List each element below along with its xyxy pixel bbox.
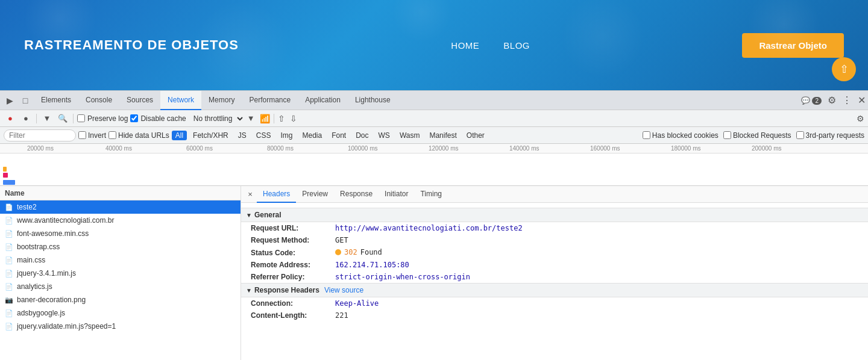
type-img[interactable]: Img	[277, 131, 296, 140]
tick-3: 60000 ms	[186, 145, 213, 152]
cta-button[interactable]: Rastrear Objeto	[742, 33, 844, 58]
inspect-icon[interactable]: □	[18, 93, 33, 108]
details-tab-timing[interactable]: Timing	[414, 186, 448, 203]
hide-data-checkbox[interactable]	[108, 131, 116, 139]
file-item-jquery[interactable]: 📄 jquery-3.4.1.min.js	[0, 267, 241, 280]
search-icon[interactable]: 🔍	[56, 112, 69, 125]
file-item-avanti[interactable]: 📄 www.avantitecnologiati.com.br	[0, 214, 241, 227]
response-headers-arrow: ▼	[246, 287, 252, 294]
details-tab-response[interactable]: Response	[334, 186, 379, 203]
type-media[interactable]: Media	[298, 131, 326, 140]
tab-console[interactable]: Console	[78, 91, 119, 110]
waterfall-bar-1	[3, 180, 15, 185]
css-icon-2: 📄	[5, 243, 13, 251]
tab-elements[interactable]: Elements	[34, 91, 78, 110]
tick-7: 140000 ms	[509, 145, 539, 152]
type-wasm[interactable]: Wasm	[396, 131, 424, 140]
details-tab-initiator[interactable]: Initiator	[379, 186, 414, 203]
tab-network[interactable]: Network	[160, 91, 201, 110]
third-party-checkbox[interactable]	[796, 131, 804, 139]
toolbar-divider-2	[73, 114, 74, 123]
type-manifest[interactable]: Manifest	[426, 131, 460, 140]
cursor-icon[interactable]: ▶	[2, 93, 17, 108]
tab-application[interactable]: Application	[298, 91, 348, 110]
toolbar-divider-1	[36, 114, 37, 123]
file-item-adsbygoogle[interactable]: 📄 adsbygoogle.js	[0, 306, 241, 320]
file-item-teste2[interactable]: 📄 teste2	[0, 200, 241, 214]
img-icon-1: 📷	[5, 296, 13, 304]
disable-cache-checkbox[interactable]	[130, 114, 138, 122]
disable-cache-label[interactable]: Disable cache	[130, 114, 186, 123]
filter-checkbox-group: Has blocked cookies Blocked Requests 3rd…	[643, 131, 864, 140]
details-close-button[interactable]: ×	[244, 188, 257, 201]
type-font[interactable]: Font	[328, 131, 350, 140]
blocked-requests-checkbox[interactable]	[723, 131, 731, 139]
devtools-tabs-right: 💬 2 ⚙ ⋮ ✕	[801, 95, 866, 106]
settings-icon[interactable]: ⚙	[828, 95, 836, 106]
file-item-bootstrap[interactable]: 📄 bootstrap.css	[0, 240, 241, 253]
network-toolbar: ● ● ▼ 🔍 Preserve log Disable cache No th…	[0, 110, 868, 127]
has-blocked-label[interactable]: Has blocked cookies	[643, 131, 719, 140]
file-item-main-css[interactable]: 📄 main.css	[0, 253, 241, 267]
main-area: Name 📄 teste2 📄 www.avantitecnologiati.c…	[0, 186, 868, 360]
view-source-link[interactable]: View source	[324, 286, 363, 294]
details-tab-preview[interactable]: Preview	[296, 186, 334, 203]
tick-1: 20000 ms	[27, 145, 54, 152]
type-fetch-xhr[interactable]: Fetch/XHR	[189, 131, 232, 140]
filter-icon[interactable]: ▼	[40, 112, 54, 125]
filter-input[interactable]	[4, 129, 76, 141]
invert-label[interactable]: Invert	[78, 131, 106, 140]
nav-blog[interactable]: BLOG	[503, 40, 530, 51]
record-button[interactable]: ●	[4, 112, 17, 125]
invert-checkbox[interactable]	[78, 131, 86, 139]
type-ws[interactable]: WS	[375, 131, 394, 140]
details-tab-bar: × Headers Preview Response Initiator Tim…	[241, 186, 868, 203]
preserve-log-checkbox[interactable]	[77, 114, 85, 122]
has-blocked-checkbox[interactable]	[643, 131, 650, 139]
upload-icon[interactable]: ⇧	[278, 114, 285, 123]
file-item-baner[interactable]: 📷 baner-decoration.png	[0, 293, 241, 306]
js-icon-4: 📄	[5, 322, 13, 331]
preserve-log-label[interactable]: Preserve log	[77, 114, 128, 123]
type-doc[interactable]: Doc	[352, 131, 372, 140]
chat-icon[interactable]: 💬 2	[801, 96, 822, 105]
js-icon-3: 📄	[5, 309, 13, 317]
nav-home[interactable]: HOME	[451, 40, 479, 51]
stop-button[interactable]: ●	[19, 112, 33, 125]
js-icon-1: 📄	[5, 269, 13, 278]
type-js[interactable]: JS	[234, 131, 250, 140]
general-section-header[interactable]: ▼ General	[241, 208, 868, 222]
third-party-label[interactable]: 3rd-party requests	[796, 131, 864, 140]
scroll-up-button[interactable]: ⇧	[832, 57, 856, 81]
type-css[interactable]: CSS	[253, 131, 275, 140]
type-other[interactable]: Other	[463, 131, 488, 140]
type-all[interactable]: All	[172, 131, 187, 140]
request-method-row: Request Method: GET	[241, 234, 868, 246]
details-tab-headers[interactable]: Headers	[257, 186, 296, 203]
response-headers-section-header[interactable]: ▼ Response Headers View source	[241, 283, 868, 297]
file-item-jquery-validate[interactable]: 📄 jquery.validate.min.js?speed=1	[0, 320, 241, 333]
timeline-ruler: 20000 ms 40000 ms 60000 ms 80000 ms 1000…	[0, 144, 868, 154]
tab-memory[interactable]: Memory	[201, 91, 242, 110]
tab-lighthouse[interactable]: Lighthouse	[348, 91, 398, 110]
wifi-icon[interactable]: 📶	[260, 114, 270, 123]
gear-icon[interactable]: ⚙	[857, 114, 864, 123]
tab-sources[interactable]: Sources	[119, 91, 160, 110]
close-devtools-icon[interactable]: ✕	[858, 95, 866, 106]
tick-5: 100000 ms	[348, 145, 377, 152]
more-icon[interactable]: ⋮	[842, 95, 852, 106]
tick-2: 40000 ms	[105, 145, 132, 152]
throttle-select[interactable]: No throttling	[189, 114, 245, 123]
file-item-font-awesome[interactable]: 📄 font-awesome.min.css	[0, 227, 241, 240]
connection-row: Connection: Keep-Alive	[241, 297, 868, 309]
chevron-down-icon[interactable]: ▼	[247, 114, 255, 123]
hide-data-label[interactable]: Hide data URLs	[108, 131, 169, 140]
blocked-requests-label[interactable]: Blocked Requests	[723, 131, 791, 140]
tick-10: 200000 ms	[752, 145, 781, 152]
devtools-panel: ▶ □ Elements Console Sources Network Mem…	[0, 90, 868, 360]
general-arrow: ▼	[246, 212, 252, 219]
remote-address-row: Remote Address: 162.214.71.105:80	[241, 259, 868, 271]
tab-performance[interactable]: Performance	[242, 91, 298, 110]
download-icon[interactable]: ⇩	[290, 114, 297, 123]
file-item-analytics[interactable]: 📄 analytics.js	[0, 280, 241, 293]
